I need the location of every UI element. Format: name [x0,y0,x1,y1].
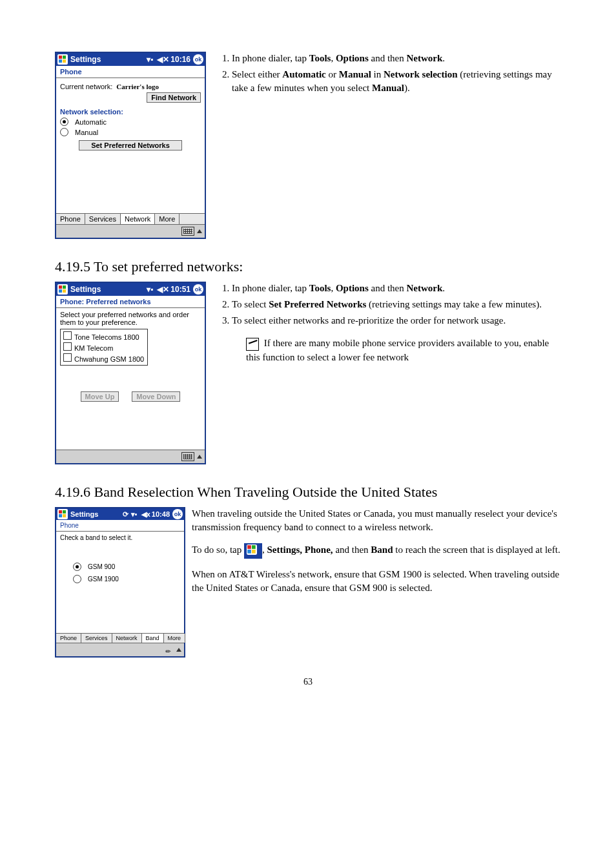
ok-button[interactable]: ok [193,54,203,65]
tab-network[interactable]: Network [121,214,155,224]
svg-rect-11 [63,514,66,517]
heading-band-reselection: 4.19.6 Band Reselection When Traveling O… [55,484,561,501]
paragraph-1: When traveling outside the United States… [192,507,561,534]
find-network-button[interactable]: Find Network [147,92,201,103]
tab-network[interactable]: Network [112,634,142,643]
bold-network: Network [407,53,443,63]
tab-band[interactable]: Band [142,634,164,643]
titlebar: Settings ▾▪ ◀✕ 10:16 ok [56,53,205,66]
network-selection-label: Network selection: [60,108,201,116]
signal-icon: ▾▪ [147,285,153,294]
network-item[interactable]: Tone Telecoms 1800 [74,333,139,341]
instruction-3: To select either networks and re-priorit… [232,314,561,327]
checkbox[interactable] [63,342,72,351]
tab-services[interactable]: Services [81,634,112,643]
arrow-up-icon[interactable] [176,648,181,652]
radio-manual[interactable] [60,128,68,136]
tab-more[interactable]: More [155,214,180,224]
move-up-button[interactable]: Move Up [81,391,119,402]
ok-button[interactable]: ok [193,284,203,295]
tab-bar: Phone Services Network Band More [56,633,184,643]
clock: 10:51 [170,285,190,294]
keyboard-icon[interactable] [181,452,194,461]
text-column-2: In phone dialer, tap Tools, Options and … [212,282,561,364]
note-icon [246,338,259,351]
arrow-up-icon[interactable] [197,455,202,459]
start-icon [57,509,68,519]
tab-phone[interactable]: Phone [56,634,81,643]
svg-rect-8 [59,510,62,513]
signal-icon: ▾▪ [147,55,153,64]
svg-rect-0 [59,56,62,59]
text: , [262,544,267,555]
bold-tools: Tools [309,283,331,293]
text: and then [369,283,407,293]
titlebar-text: Settings [70,285,101,294]
heading-preferred-networks: 4.19.5 To set preferred networks: [55,258,561,275]
bold-band: Band [371,544,395,555]
signal-icon: ▾▪ [131,510,138,519]
checkbox[interactable] [63,331,72,340]
text: to reach the screen that is displayed at… [395,544,560,555]
tab-phone[interactable]: Phone [56,214,85,224]
tab-more[interactable]: More [164,634,186,643]
text: , [331,53,336,63]
radio-automatic-label: Automatic [75,118,107,126]
sync-icon: ⟳ [123,510,128,519]
text: or [326,69,339,79]
note-box: If there are many mobile phone service p… [232,337,561,364]
instruction-2: To select Set Preferred Networks (retrie… [232,298,561,311]
mute-icon: ◀x [141,510,150,519]
text: To select [232,299,269,309]
text: (retrieving settings may take a few minu… [369,299,542,309]
svg-rect-7 [63,289,66,293]
radio-gsm900[interactable] [73,563,81,571]
network-item[interactable]: Chwahung GSM 1800 [74,355,144,363]
bold-settings-phone: Settings, Phone, [267,544,336,555]
tab-bar: Phone Services Network More [56,213,205,224]
radio-gsm1900[interactable] [73,575,81,583]
instruction-text: Check a band to select it. [60,534,180,541]
screen-body: Select your preferred networks and order… [56,308,205,450]
bold-set-preferred: Set Preferred Networks [269,299,369,309]
bottom-bar [56,224,205,238]
instruction-text: Select your preferred networks and order… [60,311,201,326]
checkbox[interactable] [63,353,72,362]
keyboard-icon[interactable] [181,227,194,236]
start-icon [57,54,68,65]
instruction-1: In phone dialer, tap Tools, Options and … [232,282,561,295]
text: and then [369,53,407,63]
section-network-selection: Settings ▾▪ ◀✕ 10:16 ok Phone Current ne… [55,52,561,239]
current-network-label: Current network: [60,83,112,90]
radio-manual-label: Manual [75,129,98,136]
svg-rect-1 [63,56,66,59]
svg-rect-5 [63,285,66,289]
bold-options: Options [336,283,369,293]
move-down-button[interactable]: Move Down [132,391,180,402]
radio-automatic[interactable] [60,118,68,126]
instructions-list-2: In phone dialer, tap Tools, Options and … [218,282,561,327]
clock: 10:48 [152,510,170,518]
app-header: Phone [56,66,205,78]
instructions-list-1: In phone dialer, tap Tools, Options and … [218,52,561,98]
app-header: Phone: Preferred networks [56,296,205,308]
bold-network-selection: Network selection [384,69,460,79]
svg-rect-2 [59,59,62,63]
bold-manual: Manual [339,69,371,79]
carrier-logo-text: Carrier's logo [116,83,159,90]
phone-screenshot-1: Settings ▾▪ ◀✕ 10:16 ok Phone Current ne… [55,52,206,239]
text: ). [404,83,410,93]
bold-tools: Tools [309,53,331,63]
app-header: Phone [56,520,184,532]
arrow-up-icon[interactable] [197,229,202,233]
section-preferred-networks: Settings ▾▪ ◀✕ 10:51 ok Phone: Preferred… [55,282,561,464]
svg-rect-3 [63,59,66,63]
network-item[interactable]: KM Telecom [74,344,113,352]
ok-button[interactable]: ok [172,509,183,519]
tab-services[interactable]: Services [85,214,121,224]
pencil-icon[interactable]: ✎ [163,644,175,656]
speaker-icon: ◀✕ [157,285,169,294]
set-preferred-networks-button[interactable]: Set Preferred Networks [79,140,182,150]
svg-rect-13 [247,545,251,549]
text: , [331,283,336,293]
